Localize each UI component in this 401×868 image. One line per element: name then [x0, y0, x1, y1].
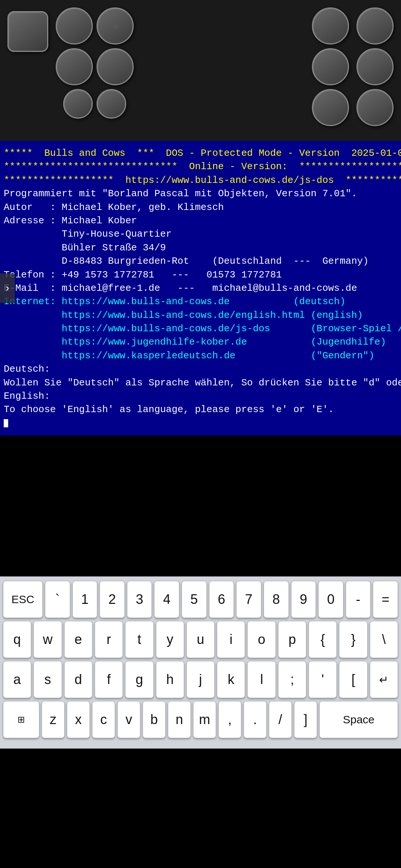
- key--[interactable]: ↵: [370, 661, 398, 698]
- key--[interactable]: .: [244, 701, 267, 738]
- right-col-1: [312, 7, 349, 126]
- keyboard-area: ESC`1234567890-= qwertyuiop{}\ asdfghjkl…: [0, 576, 401, 749]
- key-h[interactable]: h: [156, 661, 184, 698]
- key--[interactable]: ': [309, 661, 337, 698]
- key--[interactable]: ]: [294, 701, 317, 738]
- terminal-line: E-Mail : michael@free-1.de --- michael@b…: [4, 282, 397, 295]
- f-button[interactable]: [56, 7, 93, 45]
- key-m[interactable]: m: [193, 701, 216, 738]
- key-y[interactable]: y: [156, 621, 184, 658]
- arrow-up-button[interactable]: [312, 89, 349, 126]
- keyboard-row-3: asdfghjkl;'[↵: [3, 661, 398, 698]
- controls-area: ●: [0, 0, 401, 141]
- terminal-line: Adresse : Michael Kober: [4, 214, 397, 227]
- key-b[interactable]: b: [143, 701, 166, 738]
- terminal-line: D-88483 Burgrieden-Rot (Deutschland --- …: [4, 254, 397, 268]
- key-0[interactable]: 0: [318, 581, 343, 618]
- arrow-down-button[interactable]: [356, 89, 394, 126]
- terminal-line: Internet: https://www.bulls-and-cows.de …: [4, 295, 397, 308]
- key-o[interactable]: o: [247, 621, 276, 658]
- key--[interactable]: }: [339, 621, 367, 658]
- terminal-line: ******************* https://www.bulls-an…: [4, 174, 397, 187]
- key-7[interactable]: 7: [236, 581, 261, 618]
- key-x[interactable]: x: [67, 701, 90, 738]
- key-space[interactable]: Space: [319, 701, 398, 738]
- bottom-button-row: [63, 89, 126, 119]
- key-1[interactable]: 1: [72, 581, 98, 618]
- key-t[interactable]: t: [125, 621, 153, 658]
- key-z[interactable]: z: [42, 701, 65, 738]
- key--[interactable]: -: [346, 581, 371, 618]
- key--[interactable]: ;: [278, 661, 306, 698]
- key--[interactable]: `: [45, 581, 70, 618]
- key--[interactable]: \: [370, 621, 398, 658]
- terminal-line: Wollen Sie "Deutsch" als Sprache wählen,…: [4, 376, 397, 389]
- d-button[interactable]: [356, 7, 394, 45]
- terminal-screen: › ***** Bulls and Cows *** DOS - Protect…: [0, 141, 401, 435]
- terminal-line: English:: [4, 389, 397, 403]
- key--[interactable]: =: [373, 581, 398, 618]
- arrow-right-button[interactable]: [356, 48, 394, 85]
- black-middle-area: [0, 435, 401, 576]
- terminal-line: To choose 'English' as language, please …: [4, 403, 397, 416]
- terminal-line: https://www.bulls-and-cows.de/english.ht…: [4, 309, 397, 322]
- terminal-line: https://www.kasperledeutsch.de ("Gendern…: [4, 349, 397, 362]
- arrow-left-button[interactable]: [312, 48, 349, 85]
- key-v[interactable]: v: [117, 701, 140, 738]
- terminal-line: Programmiert mit "Borland Pascal mit Obj…: [4, 187, 397, 200]
- terminal-line: https://www.jugendhilfe-kober.de (Jugend…: [4, 335, 397, 349]
- key-i[interactable]: i: [217, 621, 245, 658]
- key-c[interactable]: c: [92, 701, 115, 738]
- key-6[interactable]: 6: [209, 581, 234, 618]
- terminal-line: ***** Bulls and Cows *** DOS - Protected…: [4, 147, 397, 160]
- key-e[interactable]: e: [64, 621, 92, 658]
- key-8[interactable]: 8: [264, 581, 289, 618]
- terminal-line: Bühler Straße 34/9: [4, 241, 397, 254]
- left-button[interactable]: [56, 48, 93, 85]
- nav-arrow[interactable]: ›: [0, 273, 15, 303]
- key-f[interactable]: f: [95, 661, 123, 698]
- terminal-line: Deutsch:: [4, 362, 397, 376]
- key--[interactable]: ,: [218, 701, 241, 738]
- terminal-line: https://www.bulls-and-cows.de/js-dos (Br…: [4, 322, 397, 335]
- key-a[interactable]: a: [3, 661, 31, 698]
- terminal-line: Tiny-House-Quartier: [4, 227, 397, 241]
- key-s[interactable]: s: [33, 661, 62, 698]
- save-button[interactable]: [7, 11, 48, 52]
- terminal-line: ****************************** Online - …: [4, 160, 397, 173]
- key--[interactable]: {: [309, 621, 337, 658]
- key-3[interactable]: 3: [127, 581, 152, 618]
- key-9[interactable]: 9: [291, 581, 316, 618]
- esc-button[interactable]: [63, 89, 93, 119]
- enter-button[interactable]: [97, 89, 126, 119]
- key-k[interactable]: k: [217, 661, 245, 698]
- terminal-line: Autor : Michael Kober, geb. Klimesch: [4, 201, 397, 214]
- key-d[interactable]: d: [64, 661, 92, 698]
- key-p[interactable]: p: [278, 621, 306, 658]
- key-4[interactable]: 4: [154, 581, 179, 618]
- key-esc[interactable]: ESC: [3, 581, 43, 618]
- key--[interactable]: /: [269, 701, 292, 738]
- bs-button[interactable]: [312, 7, 349, 45]
- key-w[interactable]: w: [33, 621, 62, 658]
- key-n[interactable]: n: [168, 701, 191, 738]
- key-r[interactable]: r: [95, 621, 123, 658]
- middle-button-row: [56, 48, 134, 85]
- key--[interactable]: [: [339, 661, 367, 698]
- key-l[interactable]: l: [247, 661, 276, 698]
- key-2[interactable]: 2: [100, 581, 125, 618]
- key-special[interactable]: ⊞: [3, 701, 39, 738]
- key-u[interactable]: u: [186, 621, 215, 658]
- key-5[interactable]: 5: [182, 581, 207, 618]
- key-g[interactable]: g: [125, 661, 153, 698]
- key-j[interactable]: j: [186, 661, 215, 698]
- left-control-group: ●: [56, 7, 134, 119]
- key-q[interactable]: q: [3, 621, 31, 658]
- cursor: [4, 419, 8, 427]
- keyboard-row-1: ESC`1234567890-=: [3, 581, 398, 618]
- right-button[interactable]: [97, 48, 134, 85]
- right-control-group: [312, 7, 394, 126]
- circle-button[interactable]: ●: [97, 7, 134, 45]
- terminal-line: Telefon : +49 1573 1772781 --- 01573 177…: [4, 268, 397, 282]
- keyboard-row-4: ⊞zxcvbnm,./]Space: [3, 701, 398, 738]
